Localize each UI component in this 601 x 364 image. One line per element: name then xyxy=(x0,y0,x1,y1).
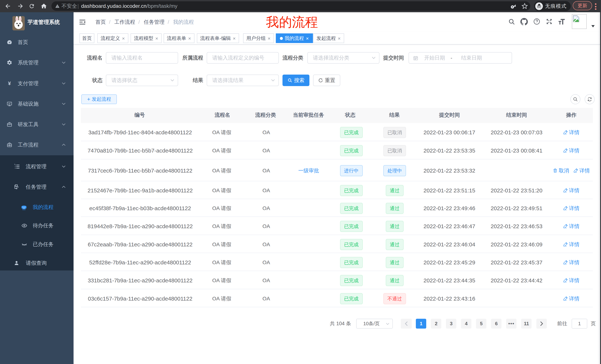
svg-text:¥: ¥ xyxy=(8,81,11,86)
